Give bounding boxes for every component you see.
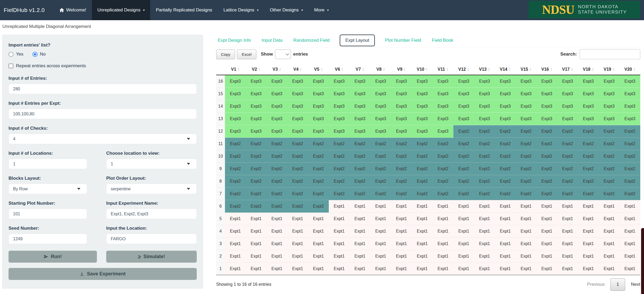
nav-item-partially-replicated-designs[interactable]: Partially Replicated Designs — [150, 0, 218, 20]
sort-icon: ▲▼ — [592, 68, 594, 71]
nav-item-unreplicated-designs[interactable]: Unreplicated Designs ▾ — [92, 0, 150, 20]
copy-button[interactable]: Copy — [216, 49, 235, 59]
locations-input[interactable] — [9, 159, 87, 169]
run-button[interactable]: Run! — [9, 251, 97, 263]
column-header-V12[interactable]: V12▲▼ — [453, 64, 474, 75]
table-row: 15Expt3Expt3Expt3Expt3Expt3Expt3Expt3Exp… — [216, 87, 640, 100]
field-cell: Expt3 — [350, 112, 370, 125]
main-content: Expt Design Info Input Data Randomized F… — [216, 34, 640, 291]
field-cell: Expt3 — [495, 87, 516, 100]
column-header-V2[interactable]: V2▲▼ — [246, 64, 266, 75]
next-page-button[interactable]: Next — [631, 282, 640, 287]
search-input[interactable] — [580, 49, 640, 59]
column-header-V1[interactable]: V1▲▼ — [225, 64, 246, 75]
tab-field-book[interactable]: Field Book — [431, 35, 454, 46]
simulate-button[interactable]: ≥ Simulate! — [106, 251, 197, 263]
field-cell: Expt3 — [391, 112, 412, 125]
field-cell: Expt2 — [391, 187, 412, 200]
pagination: Previous 1 Next — [587, 278, 640, 291]
field-cell: Expt3 — [225, 112, 246, 125]
column-header-V10[interactable]: V10▲▼ — [412, 64, 433, 75]
chevron-down-icon: ▾ — [301, 8, 303, 12]
nav-item-label: More — [314, 7, 325, 13]
nav-item-welcome[interactable]: Welcome! — [54, 0, 92, 20]
column-header-V5[interactable]: V5▲▼ — [308, 64, 329, 75]
radio-yes[interactable]: Yes — [9, 52, 23, 57]
column-header-V8[interactable]: V8▲▼ — [370, 64, 391, 75]
page-number-button[interactable]: 1 — [610, 278, 625, 291]
column-header-V18[interactable]: V18▲▼ — [578, 64, 599, 75]
field-cell: Expt1 — [391, 212, 412, 225]
tab-expt-layout[interactable]: Expt Layout — [340, 35, 375, 46]
column-header-V16[interactable]: V16▲▼ — [536, 64, 557, 75]
field-cell: Expt1 — [620, 262, 640, 275]
column-header-V14[interactable]: V14▲▼ — [495, 64, 516, 75]
field-cell: Expt3 — [266, 112, 287, 125]
checks-select[interactable]: 4 — [9, 134, 197, 144]
previous-page-button[interactable]: Previous — [587, 282, 605, 287]
field-cell: Expt2 — [536, 137, 557, 150]
column-header-V20[interactable]: V20▲▼ — [620, 64, 640, 75]
entries-length-select[interactable] — [275, 49, 291, 59]
save-experiment-button[interactable]: Save Experiment — [9, 268, 197, 280]
field-cell: Expt3 — [433, 87, 453, 100]
field-cell: Expt2 — [557, 137, 578, 150]
field-cell: Expt1 — [246, 262, 266, 275]
field-cell: Expt3 — [287, 125, 308, 137]
field-cell: Expt1 — [599, 237, 620, 250]
row-number: 7 — [216, 187, 225, 200]
field-cell: Expt3 — [412, 87, 433, 100]
nav-item-other-designs[interactable]: Other Designs ▾ — [264, 0, 309, 20]
column-header-V3[interactable]: V3▲▼ — [266, 64, 287, 75]
field-cell: Expt1 — [516, 225, 536, 237]
row-number: 12 — [216, 125, 225, 137]
plot-order-select[interactable]: serpentine — [106, 184, 197, 194]
excel-button[interactable]: Excel — [237, 49, 256, 59]
column-header-V11[interactable]: V11▲▼ — [433, 64, 453, 75]
tab-input-data[interactable]: Input Data — [261, 35, 283, 46]
experiment-name-input[interactable] — [106, 209, 197, 219]
column-header-V4[interactable]: V4▲▼ — [287, 64, 308, 75]
seed-input[interactable] — [9, 234, 87, 244]
field-cell: Expt3 — [412, 100, 433, 112]
field-cell: Expt3 — [536, 112, 557, 125]
field-cell: Expt1 — [578, 237, 599, 250]
field-cell: Expt3 — [599, 100, 620, 112]
column-header-V7[interactable]: V7▲▼ — [350, 64, 370, 75]
field-cell: Expt1 — [536, 225, 557, 237]
location-view-select[interactable]: 1 — [106, 159, 197, 169]
repeat-entries-checkbox[interactable]: Repeat entries across experiments — [9, 63, 197, 69]
field-cell: Expt2 — [350, 162, 370, 175]
table-row: 8Expt2Expt2Expt2Expt2Expt2Expt2Expt2Expt… — [216, 175, 640, 187]
column-header-V19[interactable]: V19▲▼ — [599, 64, 620, 75]
field-cell: Expt2 — [578, 137, 599, 150]
radio-icon-selected — [32, 52, 38, 57]
entries-per-expt-input[interactable] — [9, 109, 197, 119]
field-cell: Expt1 — [350, 237, 370, 250]
field-cell: Expt3 — [308, 125, 329, 137]
column-header-V9[interactable]: V9▲▼ — [391, 64, 412, 75]
field-cell: Expt3 — [266, 125, 287, 137]
column-header-V15[interactable]: V15▲▼ — [516, 64, 536, 75]
tab-plot-number-field[interactable]: Plot Number Field — [384, 35, 422, 46]
ndsu-wordmark: NORTH DAKOTA STATE UNIVERSITY — [578, 4, 627, 15]
column-header-V6[interactable]: V6▲▼ — [329, 64, 350, 75]
tab-expt-design-info[interactable]: Expt Design Info — [217, 35, 252, 46]
radio-no[interactable]: No — [32, 52, 46, 57]
location-input[interactable] — [106, 234, 197, 244]
nav-item-more[interactable]: More ▾ — [309, 0, 334, 20]
column-header-V17[interactable]: V17▲▼ — [557, 64, 578, 75]
field-cell: Expt2 — [599, 137, 620, 150]
entries-input[interactable] — [9, 84, 197, 94]
show-label: Show — [261, 52, 273, 57]
field-cell: Expt3 — [536, 75, 557, 87]
field-cell: Expt1 — [620, 250, 640, 262]
column-header-V13[interactable]: V13▲▼ — [474, 64, 495, 75]
starting-plot-input[interactable] — [9, 209, 87, 219]
blocks-layout-select[interactable]: By Row — [9, 184, 87, 194]
tab-randomized-field[interactable]: Randomized Field — [293, 35, 330, 46]
field-cell: Expt2 — [370, 175, 391, 187]
nav-item-lattice-designs[interactable]: Lattice Designs ▾ — [218, 0, 264, 20]
field-cell: Expt1 — [620, 225, 640, 237]
starting-plot-label: Starting Plot Number: — [9, 201, 87, 206]
